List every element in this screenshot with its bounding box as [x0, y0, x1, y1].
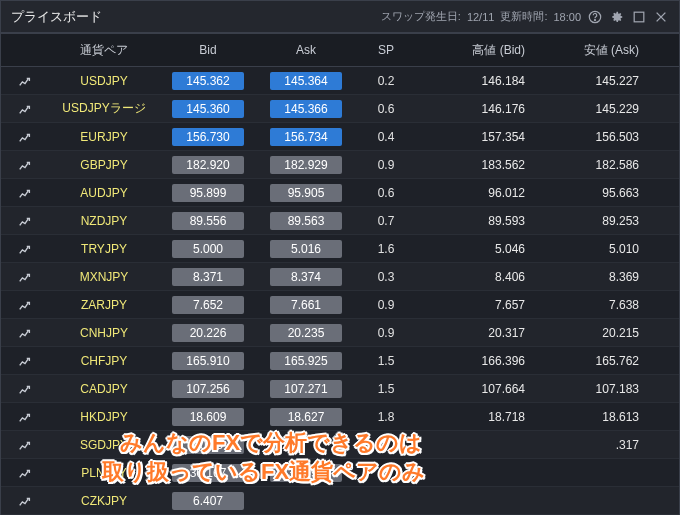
table-row[interactable]: GBPJPY182.920182.9290.9183.562182.586 — [1, 151, 679, 179]
table-row[interactable]: HKDJPY18.60918.6271.818.71818.613 — [1, 403, 679, 431]
ask-cell[interactable]: 36.195 — [257, 464, 355, 482]
table-row[interactable]: CZKJPY6.407 — [1, 487, 679, 515]
chart-icon[interactable] — [1, 466, 49, 480]
bid-cell[interactable]: 8.371 — [159, 268, 257, 286]
table-row[interactable]: MXNJPY8.3718.3740.38.4068.369 — [1, 263, 679, 291]
chart-icon[interactable] — [1, 326, 49, 340]
close-icon[interactable] — [653, 9, 669, 25]
bid-cell[interactable]: 182.920 — [159, 156, 257, 174]
high-cell: 20.317 — [417, 326, 537, 340]
bid-cell[interactable]: 165.910 — [159, 352, 257, 370]
chart-icon[interactable] — [1, 438, 49, 452]
chart-icon[interactable] — [1, 298, 49, 312]
chart-icon[interactable] — [1, 102, 49, 116]
price-table: 通貨ペア Bid Ask SP 高値 (Bid) 安値 (Ask) USDJPY… — [1, 33, 679, 515]
bid-cell[interactable]: 145.362 — [159, 72, 257, 90]
swap-label: スワップ発生日: — [381, 9, 461, 24]
ask-cell[interactable]: 89.563 — [257, 212, 355, 230]
pair-name: TRYJPY — [49, 242, 159, 256]
pair-name: CZKJPY — [49, 494, 159, 508]
table-row[interactable]: SGDJPY108.3.317 — [1, 431, 679, 459]
chart-icon[interactable] — [1, 130, 49, 144]
header-sp[interactable]: SP — [355, 43, 417, 57]
chart-icon[interactable] — [1, 242, 49, 256]
header-pair[interactable]: 通貨ペア — [49, 42, 159, 59]
header-high[interactable]: 高値 (Bid) — [417, 42, 537, 59]
pair-name: USDJPYラージ — [49, 100, 159, 117]
gear-icon[interactable] — [609, 9, 625, 25]
header-bid[interactable]: Bid — [159, 43, 257, 57]
high-cell: 157.354 — [417, 130, 537, 144]
chart-icon[interactable] — [1, 158, 49, 172]
bid-cell[interactable]: 145.360 — [159, 100, 257, 118]
pair-name: MXNJPY — [49, 270, 159, 284]
ask-cell[interactable]: 95.905 — [257, 184, 355, 202]
bid-cell[interactable]: 7.652 — [159, 296, 257, 314]
table-body: USDJPY145.362145.3640.2146.184145.227USD… — [1, 67, 679, 515]
chart-icon[interactable] — [1, 354, 49, 368]
ask-cell[interactable]: 145.364 — [257, 72, 355, 90]
high-cell: 183.562 — [417, 158, 537, 172]
high-cell: 96.012 — [417, 186, 537, 200]
sp-cell: 0.9 — [355, 298, 417, 312]
table-row[interactable]: PLNJPY36.16736.195 — [1, 459, 679, 487]
low-cell: 182.586 — [537, 158, 657, 172]
ask-cell[interactable]: 8.374 — [257, 268, 355, 286]
bid-cell[interactable]: 6.407 — [159, 492, 257, 510]
chart-icon[interactable] — [1, 270, 49, 284]
ask-cell[interactable]: 7.661 — [257, 296, 355, 314]
table-row[interactable]: CADJPY107.256107.2711.5107.664107.183 — [1, 375, 679, 403]
bid-cell[interactable]: 5.000 — [159, 240, 257, 258]
ask-cell[interactable]: 145.366 — [257, 100, 355, 118]
ask-cell[interactable]: 18.627 — [257, 408, 355, 426]
table-row[interactable]: CNHJPY20.22620.2350.920.31720.215 — [1, 319, 679, 347]
titlebar-status: スワップ発生日: 12/11 更新時間: 18:00 — [381, 9, 669, 25]
low-cell: 18.613 — [537, 410, 657, 424]
chart-icon[interactable] — [1, 410, 49, 424]
bid-cell[interactable]: 20.226 — [159, 324, 257, 342]
high-cell: 8.406 — [417, 270, 537, 284]
high-cell: 89.593 — [417, 214, 537, 228]
bid-cell[interactable]: 89.556 — [159, 212, 257, 230]
ask-cell[interactable]: 20.235 — [257, 324, 355, 342]
high-cell: 5.046 — [417, 242, 537, 256]
bid-cell[interactable]: 18.609 — [159, 408, 257, 426]
bid-cell[interactable]: 36.167 — [159, 464, 257, 482]
chart-icon[interactable] — [1, 214, 49, 228]
bid-cell[interactable]: 95.899 — [159, 184, 257, 202]
table-row[interactable]: USDJPYラージ145.360145.3660.6146.176145.229 — [1, 95, 679, 123]
table-row[interactable]: CHFJPY165.910165.9251.5166.396165.762 — [1, 347, 679, 375]
bid-cell[interactable]: 108.3 — [159, 436, 257, 454]
ask-cell[interactable]: 165.925 — [257, 352, 355, 370]
ask-cell[interactable]: 182.929 — [257, 156, 355, 174]
svg-rect-2 — [634, 12, 644, 22]
header-ask[interactable]: Ask — [257, 43, 355, 57]
ask-cell[interactable]: 5.016 — [257, 240, 355, 258]
table-row[interactable]: AUDJPY95.89995.9050.696.01295.663 — [1, 179, 679, 207]
low-cell: 156.503 — [537, 130, 657, 144]
low-cell: 165.762 — [537, 354, 657, 368]
sp-cell: 1.5 — [355, 382, 417, 396]
sp-cell: 0.9 — [355, 326, 417, 340]
help-icon[interactable] — [587, 9, 603, 25]
ask-cell[interactable]: 107.271 — [257, 380, 355, 398]
table-row[interactable]: NZDJPY89.55689.5630.789.59389.253 — [1, 207, 679, 235]
chart-icon[interactable] — [1, 186, 49, 200]
chart-icon[interactable] — [1, 494, 49, 508]
table-row[interactable]: EURJPY156.730156.7340.4157.354156.503 — [1, 123, 679, 151]
low-cell: 107.183 — [537, 382, 657, 396]
high-cell: 146.176 — [417, 102, 537, 116]
low-cell: 5.010 — [537, 242, 657, 256]
chart-icon[interactable] — [1, 74, 49, 88]
header-low[interactable]: 安値 (Ask) — [537, 42, 657, 59]
pair-name: EURJPY — [49, 130, 159, 144]
high-cell: 146.184 — [417, 74, 537, 88]
ask-cell[interactable]: 156.734 — [257, 128, 355, 146]
table-row[interactable]: ZARJPY7.6527.6610.97.6577.638 — [1, 291, 679, 319]
expand-icon[interactable] — [631, 9, 647, 25]
chart-icon[interactable] — [1, 382, 49, 396]
table-row[interactable]: TRYJPY5.0005.0161.65.0465.010 — [1, 235, 679, 263]
bid-cell[interactable]: 156.730 — [159, 128, 257, 146]
table-row[interactable]: USDJPY145.362145.3640.2146.184145.227 — [1, 67, 679, 95]
bid-cell[interactable]: 107.256 — [159, 380, 257, 398]
